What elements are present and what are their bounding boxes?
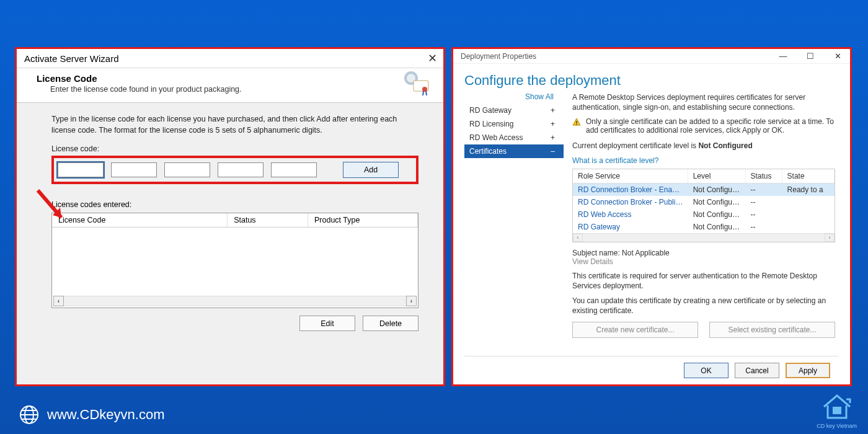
grid-horizontal-scrollbar[interactable]: ‹ › — [53, 296, 417, 306]
nav-rd-web-access[interactable]: RD Web Access+ — [464, 131, 564, 144]
edit-button[interactable]: Edit — [299, 316, 355, 331]
col-product-type[interactable]: Product Type — [308, 213, 418, 227]
certificate-icon — [402, 71, 431, 95]
license-code-input-1[interactable] — [58, 162, 104, 177]
wizard-subheading: Enter the license code found in your pro… — [50, 85, 418, 94]
th-status[interactable]: Status — [746, 169, 782, 183]
scroll-right-icon[interactable]: › — [406, 296, 417, 306]
wizard-body: Type in the license code for each licens… — [17, 103, 443, 336]
scroll-left-icon[interactable]: ‹ — [53, 296, 64, 306]
deployment-titlebar: Deployment Properties — ☐ ✕ — [453, 49, 850, 64]
cert-required-text: This certificate is required for server … — [572, 271, 835, 291]
wizard-title: Activate Server Wizard — [24, 53, 119, 64]
role-service-table: Role Service Level Status State RD Conne… — [572, 169, 835, 242]
license-code-input-3[interactable] — [164, 162, 210, 177]
cert-warning: Only a single certificate can be added t… — [572, 117, 835, 135]
globe-icon — [19, 404, 40, 425]
svg-rect-4 — [576, 121, 577, 123]
entered-codes-label: License codes entered: — [51, 200, 418, 209]
ok-button[interactable]: OK — [684, 363, 728, 378]
license-code-input-5[interactable] — [271, 162, 317, 177]
table-horizontal-scrollbar[interactable]: ‹› — [573, 233, 835, 242]
cert-level: Current deployment certificate level is … — [572, 141, 835, 151]
table-row[interactable]: RD Web AccessNot Configured-- — [573, 208, 835, 221]
activate-server-wizard-dialog: Activate Server Wizard ✕ License Code En… — [15, 47, 445, 386]
nav-rd-gateway[interactable]: RD Gateway+ — [464, 104, 564, 117]
col-status[interactable]: Status — [228, 213, 308, 227]
th-role-service[interactable]: Role Service — [573, 169, 688, 183]
annotation-arrow-icon — [34, 188, 68, 225]
svg-rect-8 — [833, 407, 841, 414]
deployment-nav: Show All RD Gateway+ RD Licensing+ RD We… — [464, 92, 564, 356]
subject-name: Subject name: Not Applicable — [572, 249, 835, 257]
deployment-footer: OK Cancel Apply — [464, 356, 839, 384]
table-row[interactable]: RD Connection Broker - Enable SingNot Co… — [573, 184, 835, 196]
entered-codes-grid: License Code Status Product Type ‹ › — [51, 213, 418, 308]
close-icon[interactable]: ✕ — [829, 51, 846, 61]
svg-rect-5 — [576, 124, 577, 125]
wizard-header: License Code Enter the license code foun… — [17, 68, 443, 103]
th-state[interactable]: State — [782, 169, 835, 183]
nav-certificates[interactable]: Certificates– — [464, 144, 564, 158]
table-row[interactable]: RD Connection Broker - PublishingNot Con… — [573, 196, 835, 208]
deployment-properties-dialog: Deployment Properties — ☐ ✕ Configure th… — [451, 47, 852, 386]
logo-caption: CD key Vietnam — [817, 423, 857, 429]
wizard-instructions: Type in the license code for each licens… — [51, 114, 418, 136]
cert-level-link[interactable]: What is a certificate level? — [572, 156, 835, 165]
select-certificate-button[interactable]: Select existing certificate... — [709, 322, 835, 338]
cert-intro: A Remote Desktop Services deployment req… — [572, 92, 835, 112]
delete-button[interactable]: Delete — [363, 316, 418, 331]
cancel-button[interactable]: Cancel — [735, 363, 779, 378]
col-license-code[interactable]: License Code — [52, 213, 228, 227]
svg-point-3 — [422, 87, 427, 92]
show-all-link[interactable]: Show All — [464, 92, 564, 101]
add-button[interactable]: Add — [343, 162, 399, 178]
license-code-input-4[interactable] — [218, 162, 264, 177]
license-code-input-group: Add — [51, 156, 418, 184]
house-icon — [819, 392, 855, 422]
view-details-link[interactable]: View Details — [572, 257, 835, 266]
license-code-input-2[interactable] — [111, 162, 157, 177]
warning-icon — [572, 118, 581, 126]
apply-button[interactable]: Apply — [786, 363, 830, 378]
license-code-label: License code: — [51, 144, 418, 153]
table-row[interactable]: RD GatewayNot Configured-- — [573, 221, 835, 233]
wizard-titlebar: Activate Server Wizard ✕ — [17, 49, 443, 68]
deployment-title: Deployment Properties — [461, 52, 536, 61]
page-footer: www.CDkeyvn.com — [19, 404, 164, 425]
create-certificate-button[interactable]: Create new certificate... — [572, 322, 698, 338]
cert-update-text: You can update this certificate by creat… — [572, 296, 835, 316]
deployment-heading: Configure the deployment — [464, 73, 839, 89]
grid-header: License Code Status Product Type — [52, 213, 418, 228]
nav-rd-licensing[interactable]: RD Licensing+ — [464, 117, 564, 131]
wizard-heading: License Code — [37, 73, 418, 84]
minimize-icon[interactable]: — — [774, 51, 792, 61]
brand-logo: CD key Vietnam — [817, 392, 857, 429]
maximize-icon[interactable]: ☐ — [802, 51, 819, 61]
close-icon[interactable]: ✕ — [428, 51, 437, 65]
footer-url: www.CDkeyvn.com — [47, 407, 164, 423]
th-level[interactable]: Level — [688, 169, 746, 183]
certificates-panel: A Remote Desktop Services deployment req… — [564, 92, 839, 356]
